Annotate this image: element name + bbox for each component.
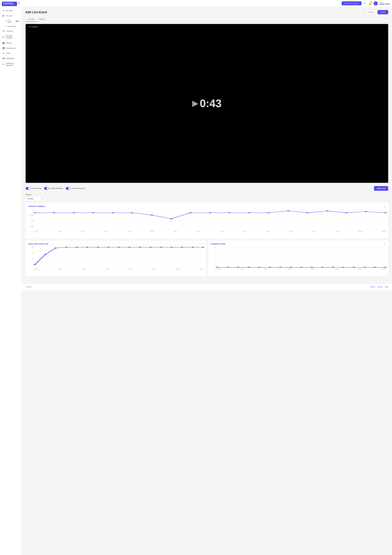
people-icon: 👥: [2, 42, 5, 44]
footer-link-help[interactable]: Help: [385, 286, 388, 288]
start-live-button[interactable]: Start Live: [374, 186, 388, 191]
data-point: [44, 254, 47, 255]
enable-chat-toggle[interactable]: [26, 187, 30, 190]
enable-chat-group: Enable Chat: [26, 187, 41, 190]
sidebar-item-settings[interactable]: ⚙ Settings & Members: [0, 61, 22, 68]
sidebar-item-label: Manage Content: [6, 35, 18, 39]
data-point: [34, 212, 36, 213]
sidebar-item-label: Settings & Members: [6, 62, 20, 66]
charts-row: Input video frame rate ∧ 32 24 16 8 0: [26, 241, 388, 278]
data-point: [237, 267, 240, 268]
collapse-button[interactable]: ∧: [384, 243, 385, 245]
sidebar-item-manage-content[interactable]: ⊟ Manage Content ›: [0, 34, 22, 40]
data-point: [300, 267, 303, 268]
live-events-icon: ◻: [5, 25, 6, 27]
sidebar-item-sales[interactable]: $ Sales ›: [0, 51, 22, 56]
data-point: [107, 247, 110, 248]
tab-preview[interactable]: Preview: [26, 17, 37, 22]
cancel-button[interactable]: Cancel: [366, 10, 376, 14]
page-body: Edit Live Event Cancel Update Preview De…: [22, 7, 392, 284]
sidebar-item-live-studio[interactable]: ◻ Live Studio BETA: [0, 18, 22, 24]
data-point: [118, 247, 120, 248]
pipeline-section: Pipeline Primary ▾: [26, 194, 388, 201]
page-header: Edit Live Event Cancel Update: [26, 10, 388, 14]
data-point: [55, 248, 57, 248]
data-point: [326, 211, 328, 211]
data-point: [34, 264, 36, 265]
notifications-wrapper: 🔔: [368, 1, 372, 6]
toggle-thumb: [47, 187, 49, 190]
collapse-button[interactable]: ∧: [384, 205, 385, 207]
chart-header: Network in (Mbps) ∧: [28, 205, 385, 207]
footer-link-terms[interactable]: Terms: [371, 286, 375, 288]
enable-reaction-group: Enable Reaction: [44, 187, 63, 190]
pipeline-select[interactable]: Primary ▾: [26, 197, 45, 201]
network-chart-title: Network in (Mbps): [28, 205, 45, 207]
toggle-thumb: [28, 187, 30, 190]
collapse-button[interactable]: ∧: [202, 243, 203, 245]
timer-value: 0:43: [200, 97, 221, 110]
update-button[interactable]: Update: [378, 10, 388, 14]
data-point: [363, 267, 366, 268]
data-point: [181, 247, 183, 248]
footer: FanHero Terms Privacy Help: [22, 284, 392, 290]
data-point: [332, 267, 334, 268]
data-point: [279, 267, 282, 268]
data-point: [384, 267, 387, 268]
controls-bar: Enable Chat Enable Reaction Enable Prese…: [26, 185, 388, 192]
enable-chat-label: Enable Chat: [32, 187, 41, 189]
network-chart-section: Network in (Mbps) ∧ 0.1 0.075 0.05 0.025…: [26, 203, 388, 238]
tenant-label: Tenant: [379, 2, 390, 3]
sidebar-item-my-feed[interactable]: ⊟ My Feed: [0, 8, 22, 13]
data-point: [209, 212, 211, 213]
data-point: [267, 212, 270, 213]
chart-inner: 08:15 08:16 08:17 08:18 08:19 08:20 08:2…: [35, 209, 385, 233]
sidebar-item-people[interactable]: 👥 People: [0, 40, 22, 45]
chart-header: Input video frame rate ∧: [28, 243, 203, 245]
user-info: Tenant Juliana_KyT2: [379, 2, 390, 5]
hamburger-icon[interactable]: ☰: [18, 2, 20, 5]
sidebar-item-contributors[interactable]: 👤 Contributors: [0, 45, 22, 51]
data-point: [353, 267, 355, 268]
y-label: 0: [28, 232, 34, 233]
sidebar-item-live-events[interactable]: ◻ Live Events: [0, 24, 22, 28]
dropped-chart-section: Dropped Frames ∧ 4 3 2 1 0: [208, 241, 388, 276]
sales-icon: $: [2, 52, 5, 54]
view-live-button[interactable]: View My Live App ↗: [342, 1, 361, 5]
data-point: [131, 212, 133, 213]
footer-link-privacy[interactable]: Privacy: [377, 286, 383, 288]
eye-icon: 👁: [28, 26, 30, 28]
pipeline-value: Primary: [27, 198, 34, 200]
data-point: [321, 267, 324, 268]
data-point: [311, 267, 313, 268]
chevron-right-icon: ›: [19, 58, 20, 59]
data-point: [72, 212, 75, 213]
sidebar-item-label: Marketing: [6, 57, 14, 59]
enable-presence-toggle[interactable]: [66, 187, 71, 190]
enable-reaction-toggle[interactable]: [44, 187, 49, 190]
data-point: [65, 247, 68, 248]
enable-presence-label: Enable Presence: [72, 187, 85, 189]
logo-sub: PEOPLE POWERED.: [3, 4, 16, 5]
sidebar-item-marketing[interactable]: 📢 Marketing ›: [0, 56, 22, 61]
contributors-icon: 👤: [2, 47, 5, 49]
chevron-down-icon: ▾: [42, 198, 43, 200]
x-labels: 08:16 08:18 08:20 08:22 08:24 08:26 08:2…: [217, 268, 385, 270]
x-labels: 08:15 08:16 08:17 08:18 08:19 08:20 08:2…: [35, 231, 385, 232]
chart-inner: 08:16 08:18 08:20 08:22 08:24 08:26 08:2…: [217, 247, 385, 270]
tab-details[interactable]: Details: [37, 17, 47, 22]
sidebar-item-courses[interactable]: ⊞ Courses: [0, 28, 22, 34]
tools-icon-button[interactable]: ✦: [363, 1, 366, 6]
sidebar-item-go-live[interactable]: ▶ Go Live ▾: [0, 13, 22, 18]
data-point: [290, 267, 292, 268]
data-point: [345, 212, 348, 213]
data-point: [53, 212, 55, 213]
sidebar-item-label: Sales: [6, 52, 11, 54]
data-point: [150, 215, 153, 216]
avatar: J: [374, 1, 378, 6]
sidebar-item-label: Courses: [6, 30, 13, 32]
tabs: Preview Details: [26, 17, 388, 22]
y-label: 0.1: [28, 209, 34, 211]
go-live-icon: ▶: [2, 15, 5, 17]
network-chart-area: 0.1 0.075 0.05 0.025 0: [28, 209, 385, 236]
